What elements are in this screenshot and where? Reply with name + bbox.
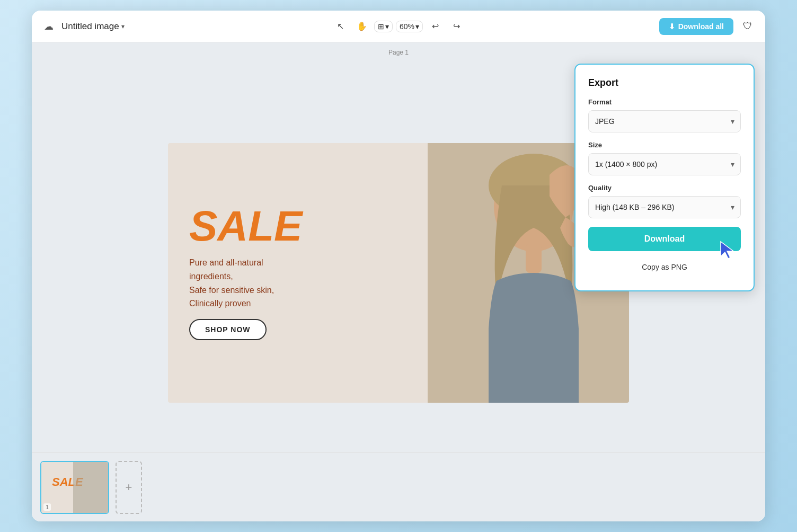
canvas-area: Page 1 SALE Pure and all-natural ingredi… — [32, 42, 765, 492]
quality-select-wrapper: High (148 KB – 296 KB) Medium (74 KB – 1… — [588, 196, 741, 218]
ad-description: Pure and all-natural ingredients, Safe f… — [189, 256, 274, 310]
export-panel-title: Export — [588, 77, 741, 88]
thumbnail-number-1: 1 — [43, 503, 51, 511]
add-thumbnail-button[interactable]: + — [116, 461, 142, 514]
format-field: Format JPEG PNG PDF SVG WebP — [588, 98, 741, 132]
title-chevron-icon: ▾ — [121, 23, 125, 30]
thumbnail-preview-1: SALE — [41, 462, 108, 513]
thumbnail-strip: SALE 1 + — [32, 453, 765, 521]
quality-label: Quality — [588, 184, 741, 192]
shop-now-button[interactable]: SHOP NOW — [189, 319, 267, 340]
size-field: Size 1x (1400 × 800 px) 2x (2800 × 1600 … — [588, 141, 741, 175]
cursor-tool-button[interactable]: ↖ — [332, 17, 350, 36]
cloud-icon[interactable]: ☁ — [40, 18, 57, 35]
layout-chevron-icon: ▾ — [385, 22, 389, 31]
redo-button[interactable]: ↪ — [447, 17, 465, 36]
svg-marker-4 — [721, 242, 733, 259]
doc-title-area[interactable]: Untitled image ▾ — [61, 21, 125, 32]
toolbar-center: ↖ ✋ ⊞ ▾ 60% ▾ ↩ ↪ — [332, 17, 465, 36]
shield-icon[interactable]: 🛡 — [739, 17, 757, 36]
layout-icon: ⊞ — [378, 22, 384, 31]
copy-png-button[interactable]: Copy as PNG — [588, 256, 741, 278]
add-thumbnail-icon: + — [126, 481, 132, 494]
size-select-wrapper: 1x (1400 × 800 px) 2x (2800 × 1600 px) 0… — [588, 153, 741, 175]
ad-left-content: SALE Pure and all-natural ingredients, S… — [168, 184, 428, 361]
export-panel: Export Format JPEG PNG PDF SVG WebP — [574, 64, 755, 291]
toolbar-right: ⬇ Download all 🛡 — [659, 17, 757, 36]
canvas-content: SALE Pure and all-natural ingredients, S… — [32, 42, 765, 492]
svg-rect-7 — [73, 462, 108, 513]
zoom-level: 60% — [400, 22, 414, 31]
format-select-wrapper: JPEG PNG PDF SVG WebP — [588, 110, 741, 132]
format-label: Format — [588, 98, 741, 106]
ad-banner[interactable]: SALE Pure and all-natural ingredients, S… — [168, 143, 629, 403]
size-label: Size — [588, 141, 741, 149]
download-all-icon: ⬇ — [669, 22, 675, 31]
download-button[interactable]: Download — [588, 227, 741, 251]
format-select[interactable]: JPEG PNG PDF SVG WebP — [588, 110, 741, 132]
quality-field: Quality High (148 KB – 296 KB) Medium (7… — [588, 184, 741, 218]
thumbnail-item-1[interactable]: SALE 1 — [40, 461, 109, 514]
layout-tool-button[interactable]: ⊞ ▾ — [374, 21, 393, 32]
download-all-label: Download all — [678, 22, 724, 31]
zoom-chevron-icon: ▾ — [415, 22, 419, 31]
sale-heading: SALE — [189, 205, 302, 247]
quality-select[interactable]: High (148 KB – 296 KB) Medium (74 KB – 1… — [588, 196, 741, 218]
download-all-button[interactable]: ⬇ Download all — [659, 18, 733, 35]
toolbar: ☁ Untitled image ▾ ↖ ✋ ⊞ ▾ 60% ▾ ↩ ↪ ⬇ — [32, 11, 765, 42]
undo-button[interactable]: ↩ — [426, 17, 444, 36]
editor-container: ☁ Untitled image ▾ ↖ ✋ ⊞ ▾ 60% ▾ ↩ ↪ ⬇ — [32, 11, 765, 521]
svg-rect-3 — [526, 244, 542, 273]
cursor-pointer-icon — [719, 240, 738, 263]
page-label: Page 1 — [388, 49, 409, 56]
hand-tool-button[interactable]: ✋ — [353, 17, 371, 36]
doc-title: Untitled image — [61, 21, 119, 32]
zoom-control[interactable]: 60% ▾ — [396, 21, 423, 32]
size-select[interactable]: 1x (1400 × 800 px) 2x (2800 × 1600 px) 0… — [588, 153, 741, 175]
